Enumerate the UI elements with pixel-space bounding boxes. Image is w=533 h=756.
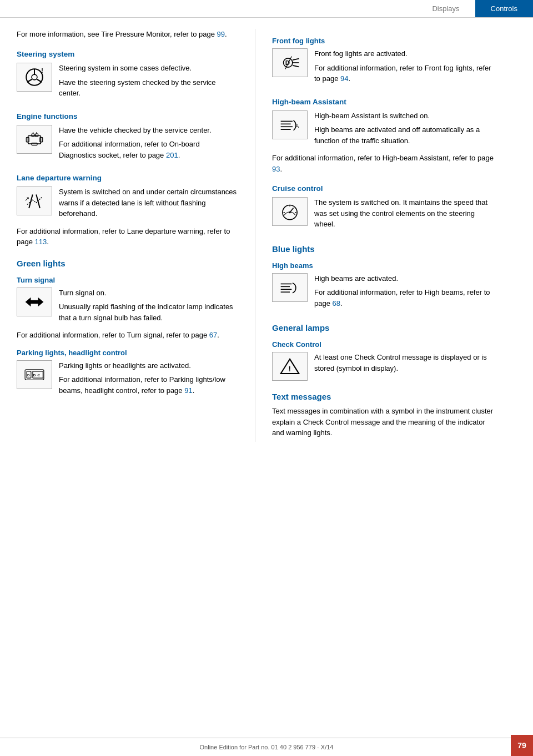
svg-text:D: D: [33, 373, 36, 377]
parking-lights-heading: Parking lights, headlight control: [17, 349, 238, 357]
engine-icon-svg: [23, 129, 46, 149]
intro-suffix: .: [225, 30, 227, 38]
cruise-description: The system is switched on. It maintains …: [314, 197, 494, 230]
svg-line-26: [293, 59, 299, 60]
engine-functions-block: Have the vehicle checked by the service …: [17, 125, 238, 164]
blue-lights-heading: Blue lights: [272, 244, 494, 254]
hba-link[interactable]: 93: [272, 165, 280, 173]
parking-description: Parking lights or headlights are activat…: [59, 360, 238, 371]
steering-followup: Have the steering system checked by the …: [59, 77, 238, 99]
parking-lights-icon-svg: D D ⊂: [23, 365, 46, 385]
turn-signal-icon-box: [17, 288, 52, 316]
page-content: For more information, see Tire Pressure …: [0, 18, 533, 464]
high-beam-assistant-icon-box: A: [272, 110, 308, 139]
intro-text: For more information, see Tire Pressure …: [17, 30, 217, 38]
check-control-text: At least one Check Control message is di…: [314, 352, 494, 377]
cruise-control-text: The system is switched on. It maintains …: [314, 197, 494, 233]
high-beams-text: High beams are activated. For additional…: [314, 273, 494, 313]
front-fog-followup: For additional information, refer to Fro…: [314, 63, 494, 84]
engine-functions-heading: Engine functions: [17, 112, 238, 120]
steering-system-icon: !: [17, 63, 52, 92]
lane-departure-text: System is switched on and under certain …: [59, 187, 238, 223]
parking-lights-icon-box: D D ⊂: [17, 360, 52, 389]
text-messages-description: Text messages in combination with a symb…: [272, 406, 494, 439]
tab-controls[interactable]: Controls: [475, 0, 533, 17]
check-control-icon-box: !: [272, 352, 308, 381]
text-messages-heading: Text messages: [272, 392, 494, 401]
svg-line-27: [293, 65, 299, 67]
front-fog-lights-block: D Front fog lights are activated. For ad…: [272, 48, 494, 88]
cruise-control-heading: Cruise control: [272, 184, 494, 193]
high-beam-assistant-heading: High-beam Assistant: [272, 98, 494, 106]
cruise-control-icon-box: [272, 197, 308, 226]
turn-signal-link-para: For additional information, refer to Tur…: [17, 330, 238, 341]
steering-icon-svg: !: [23, 67, 46, 87]
green-lights-heading: Green lights: [17, 259, 238, 268]
high-beams-link[interactable]: 68: [333, 299, 340, 308]
lane-followup: For additional information, refer to Lan…: [17, 226, 238, 248]
intro-link[interactable]: 99: [217, 30, 225, 38]
svg-text:↗: ↗: [24, 195, 29, 202]
parking-followup: For additional information, refer to Par…: [59, 374, 238, 396]
svg-text:!: !: [289, 365, 291, 373]
lane-link[interactable]: 113: [35, 238, 47, 246]
lane-description: System is switched on and under certain …: [59, 187, 238, 219]
front-fog-text: Front fog lights are activated. For addi…: [314, 48, 494, 88]
turn-signal-icon-svg: [23, 292, 46, 312]
svg-rect-7: [26, 137, 29, 142]
high-beams-block: High beams are activated. For additional…: [272, 273, 494, 313]
tab-displays[interactable]: Displays: [416, 0, 475, 17]
parking-lights-block: D D ⊂ Parking lights or headlights are a…: [17, 360, 238, 400]
lane-departure-block: ↗ System is switched on and under certai…: [17, 187, 238, 223]
hba-description: High-beam Assistant is switched on.: [314, 110, 494, 122]
high-beams-description: High beams are activated.: [314, 273, 494, 284]
high-beam-assistant-text: High-beam Assistant is switched on. High…: [314, 110, 494, 150]
svg-line-4: [37, 79, 42, 82]
high-beam-assistant-block: A High-beam Assistant is switched on. Hi…: [272, 110, 494, 150]
hba-link-para: For additional information, refer to Hig…: [272, 153, 494, 174]
high-beams-icon-box: [272, 273, 308, 302]
engine-text: Have the vehicle checked by the service …: [59, 125, 238, 164]
page-number: 79: [511, 735, 533, 756]
engine-link[interactable]: 201: [166, 151, 178, 159]
svg-text:D: D: [27, 373, 30, 377]
svg-text:D: D: [285, 59, 290, 66]
front-fog-link[interactable]: 94: [340, 74, 348, 83]
high-beams-followup: For additional information, refer to Hig…: [314, 287, 494, 309]
page-footer: Online Edition for Part no. 01 40 2 956 …: [0, 738, 533, 756]
lane-departure-heading: Lane departure warning: [17, 174, 238, 182]
cruise-control-icon-svg: [279, 201, 301, 221]
svg-line-3: [27, 79, 32, 82]
check-control-sub-heading: Check Control: [272, 340, 494, 349]
front-fog-description: Front fog lights are activated.: [314, 48, 494, 59]
svg-text:!: !: [41, 67, 43, 74]
svg-text:⊂: ⊂: [37, 373, 40, 377]
steering-system-text: Steering system in some cases defective.…: [59, 63, 238, 102]
steering-system-block: ! Steering system in some cases defectiv…: [17, 63, 238, 102]
turn-signal-heading: Turn signal: [17, 276, 238, 284]
lane-departure-icon-box: ↗: [17, 187, 52, 215]
tab-displays-label: Displays: [432, 4, 459, 13]
turn-description: Turn signal on.: [59, 288, 238, 299]
high-beams-icon-svg: [279, 278, 301, 298]
front-fog-icon-box: D: [272, 48, 308, 77]
svg-point-37: [289, 211, 290, 213]
intro-paragraph: For more information, see Tire Pressure …: [17, 29, 238, 40]
front-fog-icon-svg: D: [279, 53, 301, 73]
turn-signal-block: Turn signal on. Unusually rapid flashing…: [17, 288, 238, 327]
check-control-icon-svg: !: [279, 356, 301, 376]
general-lamps-heading: General lamps: [272, 323, 494, 332]
front-fog-lights-heading: Front fog lights: [272, 37, 494, 45]
svg-point-1: [32, 74, 37, 80]
parking-link[interactable]: 91: [184, 386, 192, 395]
high-beam-assistant-icon-svg: A: [279, 115, 301, 135]
left-column: For more information, see Tire Pressure …: [0, 29, 255, 442]
cruise-control-block: The system is switched on. It maintains …: [272, 197, 494, 233]
turn-signal-link[interactable]: 67: [209, 331, 217, 339]
hba-followup: High beams are activated and off automat…: [314, 124, 494, 146]
check-control-block: ! At least one Check Control message is …: [272, 352, 494, 381]
check-control-description: At least one Check Control message is di…: [314, 352, 494, 374]
right-column: Front fog lights D Front fog lights are …: [255, 29, 511, 442]
lane-departure-icon-svg: ↗: [23, 191, 46, 211]
top-navigation: Displays Controls: [0, 0, 533, 18]
